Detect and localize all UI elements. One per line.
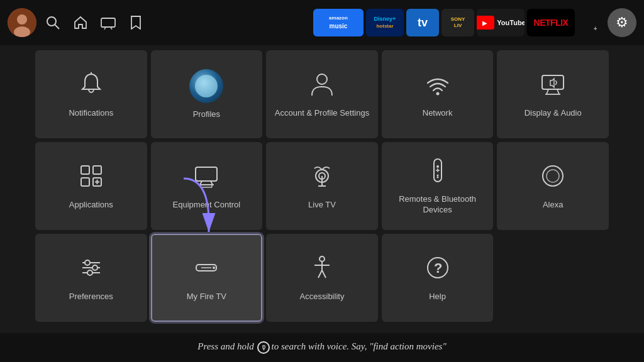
svg-point-1 [17, 14, 27, 25]
bell-icon [77, 70, 105, 102]
tile-display-audio[interactable]: Display & Audio [497, 50, 609, 138]
accessibility-icon [308, 254, 336, 285]
svg-line-52 [322, 270, 326, 278]
svg-point-31 [436, 165, 439, 168]
network-label: Network [423, 108, 453, 119]
svg-line-13 [557, 89, 559, 94]
settings-button[interactable]: ⚙ [608, 8, 636, 37]
my-fire-tv-label: My Fire TV [187, 292, 226, 302]
tile-help[interactable]: ? Help [382, 234, 494, 322]
tile-my-fire-tv[interactable]: My Fire TV [151, 234, 263, 322]
disney-hotstar-app[interactable]: Disney+hotstar [366, 9, 404, 36]
account-profile-label: Account & Profile Settings [275, 108, 369, 119]
svg-point-48 [319, 256, 325, 261]
display-icon [539, 70, 567, 102]
live-tv-label: Live TV [308, 200, 336, 211]
remotes-bluetooth-label: Remotes & Bluetooth Devices [388, 194, 487, 216]
tile-notifications[interactable]: Notifications [35, 50, 147, 138]
person-icon [308, 70, 336, 102]
nav-bar: amazonmusic Disney+hotstar tv SONYLIV Yo… [0, 0, 644, 45]
netflix-app[interactable]: NETFLIX [527, 9, 575, 36]
profiles-avatar [189, 69, 223, 103]
amazon-music-app[interactable]: amazonmusic [313, 9, 364, 36]
mic-icon: 🎙 [257, 341, 270, 354]
tile-network[interactable]: Network [382, 50, 494, 138]
display-audio-label: Display & Audio [525, 108, 582, 119]
bookmark-button[interactable] [125, 11, 147, 34]
svg-point-35 [436, 177, 438, 178]
svg-line-12 [547, 89, 548, 94]
tv-eq-icon [192, 162, 220, 194]
svg-point-36 [543, 166, 563, 186]
antenna-icon [308, 162, 336, 194]
svg-point-37 [547, 170, 559, 182]
user-avatar[interactable] [8, 8, 36, 37]
svg-point-3 [47, 17, 56, 26]
tile-live-tv[interactable]: Live TV [266, 142, 378, 230]
settings-grid: Notifications Profiles Account & Profile… [0, 45, 644, 322]
youtube-app[interactable]: YouTube [477, 9, 525, 36]
tv-button[interactable] [97, 11, 119, 34]
tile-preferences[interactable]: Preferences [35, 234, 147, 322]
svg-point-9 [317, 74, 327, 84]
youtube-label: YouTube [497, 19, 525, 26]
youtube-icon [477, 16, 494, 30]
help-icon: ? [424, 254, 452, 285]
svg-point-46 [213, 266, 215, 269]
svg-rect-21 [196, 167, 217, 181]
svg-rect-17 [81, 178, 89, 186]
alexa-icon [539, 162, 567, 194]
home-button[interactable] [69, 11, 92, 34]
tile-accessibility[interactable]: Accessibility [266, 234, 378, 322]
svg-point-34 [436, 175, 438, 177]
accessibility-label: Accessibility [300, 292, 345, 302]
equipment-control-label: Equipment Control [173, 200, 241, 211]
svg-point-10 [436, 92, 439, 95]
remote-icon [424, 156, 452, 188]
apps-grid-icon [77, 162, 105, 194]
all-apps-button[interactable]: + [577, 9, 602, 36]
notifications-label: Notifications [69, 108, 113, 119]
hint-bar: Press and hold 🎙to search with voice. Sa… [0, 333, 644, 362]
sliders-icon [77, 254, 105, 285]
nav-apps: amazonmusic Disney+hotstar tv SONYLIV Yo… [313, 9, 602, 36]
firetv-box-icon [192, 254, 220, 285]
help-label: Help [429, 292, 446, 302]
wifi-icon [424, 70, 452, 102]
hint-text-before: Press and hold [197, 341, 256, 351]
svg-text:?: ? [434, 260, 442, 276]
preferences-label: Preferences [69, 292, 113, 302]
netflix-label: NETFLIX [534, 18, 569, 28]
svg-point-43 [87, 270, 92, 275]
grid-plus-icon: + [591, 25, 601, 32]
profiles-label: Profiles [193, 109, 220, 120]
sony-liv-app[interactable]: SONYLIV [441, 9, 474, 36]
svg-point-39 [85, 260, 90, 265]
tile-equipment-control[interactable]: Equipment Control [151, 142, 263, 230]
svg-rect-16 [93, 166, 101, 174]
svg-rect-5 [101, 18, 115, 27]
search-button[interactable] [42, 11, 64, 34]
svg-rect-11 [542, 75, 564, 89]
hint-text-after: to search with voice. Say, "find action … [271, 341, 446, 351]
tile-applications[interactable]: Applications [35, 142, 147, 230]
alexa-label: Alexa [543, 200, 564, 211]
tv-app[interactable]: tv [406, 9, 439, 36]
svg-point-41 [92, 265, 97, 270]
tile-remotes-bluetooth[interactable]: Remotes & Bluetooth Devices [382, 142, 494, 230]
applications-label: Applications [69, 200, 113, 211]
tile-profiles[interactable]: Profiles [151, 50, 263, 138]
svg-rect-25 [201, 185, 212, 187]
svg-line-51 [318, 270, 322, 278]
hint-text: Press and hold 🎙to search with voice. Sa… [197, 341, 446, 354]
svg-line-4 [55, 25, 60, 30]
svg-rect-15 [81, 166, 89, 174]
tile-alexa[interactable]: Alexa [497, 142, 609, 230]
tile-account-profile[interactable]: Account & Profile Settings [266, 50, 378, 138]
